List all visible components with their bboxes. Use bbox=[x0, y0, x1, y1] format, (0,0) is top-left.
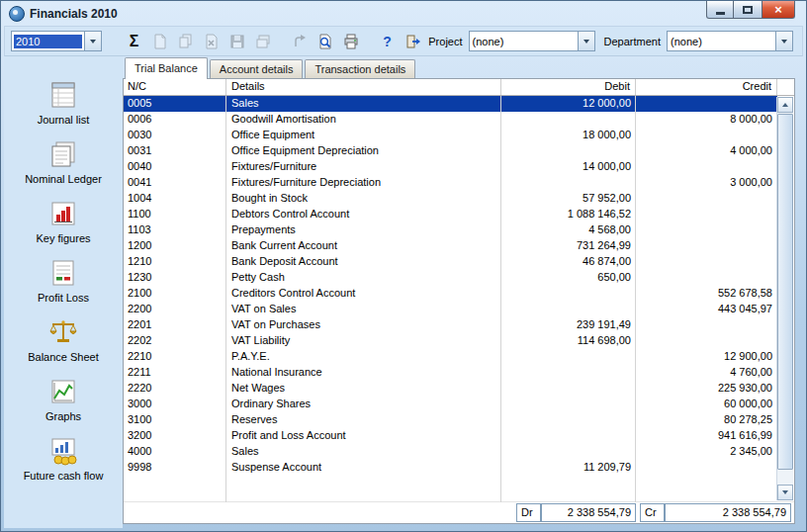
cell-credit bbox=[636, 191, 777, 207]
table-row[interactable]: 1230Petty Cash650,00 bbox=[124, 270, 777, 286]
cell-details: National Insurance bbox=[226, 365, 501, 381]
cell-credit: 4 760,00 bbox=[636, 365, 777, 381]
table-row[interactable]: 1103Prepayments4 568,00 bbox=[124, 222, 777, 238]
table-row[interactable]: 2100Creditors Control Account552 678,58 bbox=[124, 286, 777, 302]
key-figures-icon bbox=[48, 199, 78, 228]
scrollbar-thumb[interactable] bbox=[777, 114, 793, 470]
layers-button[interactable] bbox=[251, 30, 274, 52]
trial-balance-panel: N/C Details Debit Credit 0005Sales12 000… bbox=[123, 78, 795, 524]
tab-transaction-details[interactable]: Transaction details bbox=[305, 59, 415, 78]
department-label: Department bbox=[604, 36, 661, 47]
cell-debit: 57 952,00 bbox=[501, 191, 636, 207]
scroll-up-button[interactable] bbox=[777, 97, 793, 113]
save-button[interactable] bbox=[225, 30, 248, 52]
vertical-scrollbar[interactable] bbox=[776, 97, 793, 500]
table-row[interactable]: 2202VAT Liability114 698,00 bbox=[124, 333, 777, 349]
column-header-details[interactable]: Details bbox=[226, 79, 501, 95]
project-dropdown-button[interactable] bbox=[578, 32, 594, 50]
year-combobox[interactable]: 2010 bbox=[11, 31, 102, 51]
sidebar-item-graphs[interactable]: Graphs bbox=[8, 377, 119, 422]
sidebar-item-journal-list[interactable]: Journal list bbox=[8, 80, 119, 126]
cell-debit: 14 000,00 bbox=[501, 159, 636, 175]
cell-debit: 239 191,49 bbox=[501, 317, 636, 333]
cell-debit: 4 568,00 bbox=[501, 222, 636, 238]
tab-bar: Trial Balance Account details Transactio… bbox=[123, 56, 803, 78]
cell-details: Goodwill Amortisation bbox=[226, 112, 501, 128]
scroll-down-button[interactable] bbox=[777, 485, 793, 500]
cell-credit bbox=[636, 207, 777, 222]
sidebar-item-balance-sheet[interactable]: Balance Sheet bbox=[8, 317, 119, 363]
table-row[interactable]: 0006Goodwill Amortisation8 000,00 bbox=[124, 112, 777, 128]
maximize-button[interactable] bbox=[734, 1, 762, 19]
exit-icon bbox=[405, 34, 421, 49]
year-dropdown-button[interactable] bbox=[84, 32, 101, 50]
table-row[interactable]: 9998Suspense Account11 209,79 bbox=[124, 460, 777, 476]
cell-debit bbox=[501, 302, 636, 317]
table-row[interactable]: 0030Office Equipment18 000,00 bbox=[124, 128, 777, 143]
table-row[interactable]: 2220Net Wages225 930,00 bbox=[124, 381, 777, 397]
close-button[interactable]: × bbox=[762, 1, 795, 19]
sidebar-item-profit-loss[interactable]: Profit Loss bbox=[8, 258, 119, 304]
department-value: (none) bbox=[668, 36, 775, 47]
table-row[interactable]: 2201VAT on Purchases239 191,49 bbox=[124, 317, 777, 333]
column-header-nc[interactable]: N/C bbox=[124, 79, 226, 95]
department-combobox[interactable]: (none) bbox=[667, 31, 793, 51]
totals-bar: Dr 2 338 554,79 Cr 2 338 554,79 bbox=[124, 501, 794, 523]
undo-button[interactable] bbox=[288, 30, 311, 52]
column-header-credit[interactable]: Credit bbox=[636, 79, 777, 95]
sum-button[interactable]: Σ bbox=[123, 30, 145, 52]
table-row[interactable]: 3200Profit and Loss Account941 616,99 bbox=[124, 428, 777, 444]
chevron-down-icon bbox=[90, 40, 96, 44]
sidebar-item-future-cash-flow[interactable]: Future cash flow bbox=[8, 436, 119, 482]
project-combobox[interactable]: (none) bbox=[469, 31, 595, 51]
cell-details: Petty Cash bbox=[226, 270, 501, 286]
copy-button[interactable] bbox=[174, 30, 197, 52]
table-row[interactable]: 0040Fixtures/Furniture14 000,00 bbox=[124, 159, 777, 175]
table-row[interactable]: 3100Reserves80 278,25 bbox=[124, 412, 777, 428]
undo-icon bbox=[292, 34, 308, 49]
cell-credit: 4 000,00 bbox=[636, 143, 777, 159]
column-header-debit[interactable]: Debit bbox=[501, 79, 636, 95]
cell-nc: 2202 bbox=[124, 333, 226, 349]
sidebar-item-label: Profit Loss bbox=[38, 292, 89, 304]
sidebar-item-nominal-ledger[interactable]: Nominal Ledger bbox=[8, 139, 119, 185]
cell-nc: 2210 bbox=[124, 349, 226, 365]
tab-trial-balance[interactable]: Trial Balance bbox=[125, 57, 208, 79]
cell-details: VAT on Sales bbox=[226, 302, 501, 317]
cell-credit bbox=[636, 254, 777, 270]
sidebar-item-key-figures[interactable]: Key figures bbox=[8, 199, 119, 244]
table-row[interactable]: 4000Sales2 345,00 bbox=[124, 444, 777, 460]
table-row[interactable]: 0041Fixtures/Furniture Depreciation3 000… bbox=[124, 175, 777, 191]
table-row[interactable]: 1200Bank Current Account731 264,99 bbox=[124, 238, 777, 254]
exit-button[interactable] bbox=[402, 30, 424, 52]
table-row[interactable]: 2211National Insurance4 760,00 bbox=[124, 365, 777, 381]
table-row[interactable]: 1210Bank Deposit Account46 874,00 bbox=[124, 254, 777, 270]
department-dropdown-button[interactable] bbox=[775, 32, 792, 50]
cell-nc: 0041 bbox=[124, 175, 226, 191]
cell-nc: 1103 bbox=[124, 222, 226, 238]
table-row[interactable]: 1004Bought in Stock57 952,00 bbox=[124, 191, 777, 207]
cell-debit bbox=[501, 286, 636, 302]
cell-details: Fixtures/Furniture Depreciation bbox=[226, 175, 501, 191]
app-window: Financials 2010 × 2010 Σ bbox=[0, 0, 807, 532]
new-document-button[interactable] bbox=[148, 30, 171, 52]
help-button[interactable]: ? bbox=[376, 30, 399, 52]
table-header: N/C Details Debit Credit bbox=[124, 79, 794, 96]
print-button[interactable] bbox=[339, 30, 362, 52]
table-row[interactable]: 3000Ordinary Shares60 000,00 bbox=[124, 397, 777, 412]
tab-account-details[interactable]: Account details bbox=[210, 59, 304, 78]
table-row[interactable]: 0005Sales12 000,00 bbox=[124, 96, 777, 112]
cr-label: Cr bbox=[640, 503, 665, 522]
table-row[interactable]: 1100Debtors Control Account1 088 146,52 bbox=[124, 207, 777, 222]
dr-label: Dr bbox=[516, 503, 541, 522]
table-row[interactable]: 2200VAT on Sales443 045,97 bbox=[124, 302, 777, 317]
minimize-icon bbox=[716, 12, 725, 15]
table-row[interactable]: 0031Office Equipment Depreciation4 000,0… bbox=[124, 143, 777, 159]
cell-debit bbox=[501, 381, 636, 397]
cell-details: Office Equipment bbox=[226, 128, 501, 143]
cell-credit bbox=[636, 317, 777, 333]
minimize-button[interactable] bbox=[706, 1, 734, 19]
print-preview-button[interactable] bbox=[314, 30, 336, 52]
delete-button[interactable] bbox=[200, 30, 223, 52]
table-row[interactable]: 2210P.A.Y.E.12 900,00 bbox=[124, 349, 777, 365]
